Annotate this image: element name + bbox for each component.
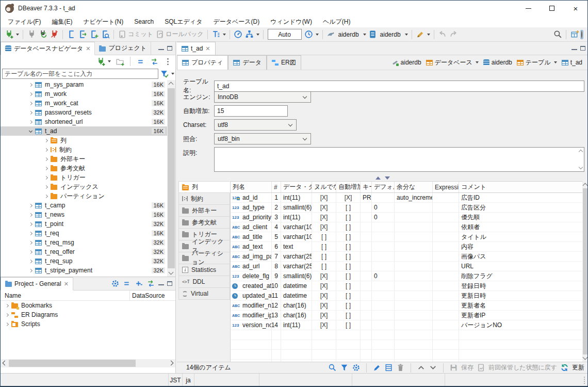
cell-not-null[interactable]: [X]	[312, 203, 336, 212]
new-sql-script-button[interactable]	[88, 29, 100, 40]
cell-default[interactable]	[372, 232, 395, 241]
menu-item[interactable]: ナビゲート(N)	[83, 18, 123, 26]
cell-ordinal[interactable]: 4	[272, 222, 281, 232]
cell-key[interactable]: PRI	[361, 193, 372, 202]
menu-item[interactable]: SQLエディタ	[165, 18, 202, 26]
nav-new-connection-button[interactable]	[95, 56, 112, 67]
tree-chevron-icon[interactable]	[44, 175, 48, 179]
tree-item[interactable]: t_ad16K	[1, 126, 167, 136]
cell-ordinal[interactable]: 8	[272, 262, 281, 271]
tree-chevron-icon[interactable]	[5, 322, 9, 326]
cell-empty[interactable]	[272, 350, 281, 359]
cell-ordinal[interactable]: 10	[272, 281, 281, 291]
section-tab-参考文献[interactable]: 参考文献	[178, 217, 230, 229]
cell-data-type[interactable]: char(16)	[281, 301, 312, 310]
edit-pencil-icon[interactable]	[372, 363, 381, 372]
cell-empty[interactable]	[312, 330, 336, 340]
column-header-datasource[interactable]: DataSource	[132, 292, 165, 299]
scrollbar-thumb[interactable]	[168, 88, 175, 268]
cell-not-null[interactable]: [ ]	[312, 262, 336, 271]
table-row[interactable]: ABCmodifier_name12char(16)[X][ ]更新者名	[231, 301, 582, 311]
cell-empty[interactable]	[231, 330, 272, 340]
cell-not-null[interactable]: [X]	[312, 311, 336, 320]
project-item[interactable]: Scripts	[1, 319, 175, 329]
tab-er-diagram[interactable]: ER図	[267, 55, 301, 70]
move-up-icon[interactable]	[417, 363, 426, 372]
cell-empty[interactable]	[361, 350, 372, 359]
cell-not-null[interactable]: [X]	[312, 193, 336, 202]
cell-ordinal[interactable]: 1	[272, 193, 281, 202]
maximize-panel-icon[interactable]	[167, 46, 172, 51]
tree-item[interactable]: t_req16K	[1, 229, 167, 238]
cell-auto-increment[interactable]: [ ]	[336, 252, 361, 261]
tree-item[interactable]: 制約	[1, 145, 167, 154]
cell-default[interactable]	[372, 242, 395, 251]
cell-auto-increment[interactable]: [X]	[336, 193, 361, 202]
menu-item[interactable]: ファイル(F)	[8, 18, 41, 26]
cell-key[interactable]	[361, 311, 372, 320]
expand-all-icon[interactable]	[135, 279, 143, 288]
tree-item[interactable]: t_news16K	[1, 210, 167, 219]
cell-empty[interactable]	[336, 340, 361, 349]
cell-default[interactable]	[372, 320, 395, 330]
cell-empty[interactable]	[459, 330, 582, 340]
sql-templates-button[interactable]	[415, 29, 431, 40]
tree-chevron-icon[interactable]	[5, 303, 9, 307]
minimize-panel-icon[interactable]	[158, 284, 164, 285]
section-tab-制約[interactable]: 制約	[178, 193, 230, 205]
dashboard-button[interactable]	[233, 29, 244, 40]
view-menu-button[interactable]	[162, 56, 173, 67]
cell-extra[interactable]	[395, 301, 433, 310]
cell-extra[interactable]	[395, 281, 433, 291]
dropdown-icon[interactable]	[171, 73, 174, 75]
tree-chevron-icon[interactable]	[29, 268, 32, 272]
column-header[interactable]: 列名	[231, 182, 272, 192]
cell-not-null[interactable]: [X]	[312, 291, 336, 300]
cell-column-name[interactable]: updated_at	[231, 291, 272, 300]
cell-empty[interactable]	[272, 340, 281, 349]
cell-extra[interactable]	[395, 213, 433, 222]
tree-chevron-icon[interactable]	[29, 120, 32, 123]
cell-ordinal[interactable]: 5	[272, 232, 281, 241]
cell-empty[interactable]	[433, 350, 459, 359]
reconnect-button[interactable]	[37, 29, 48, 40]
column-header[interactable]: 余分な	[395, 182, 433, 192]
cell-not-null[interactable]: [X]	[312, 271, 336, 281]
cell-empty[interactable]	[372, 340, 395, 349]
project-hscrollbar[interactable]	[1, 359, 175, 367]
tab-properties[interactable]: プロパティ	[177, 55, 228, 70]
cell-not-null[interactable]: [X]	[312, 213, 336, 222]
cell-auto-increment[interactable]: [ ]	[336, 232, 361, 241]
minimize-button[interactable]	[516, 1, 540, 16]
cell-not-null[interactable]: [ ]	[312, 252, 336, 261]
breadcrumb-item[interactable]: aiderdb	[392, 59, 421, 66]
column-header[interactable]: デフォルト	[372, 182, 395, 192]
cell-empty[interactable]	[395, 340, 433, 349]
section-tab-列[interactable]: 列	[178, 181, 230, 193]
tree-chevron-icon[interactable]	[29, 231, 32, 235]
tree-item[interactable]: password_resets32K	[1, 108, 167, 117]
cell-comment[interactable]: 更新者IP	[459, 311, 582, 320]
cell-ordinal[interactable]: 14	[272, 320, 281, 330]
cell-auto-increment[interactable]: [ ]	[336, 301, 361, 310]
cell-column-name[interactable]: 123delete_flg	[231, 271, 272, 281]
disconnect-button[interactable]	[48, 29, 60, 40]
cell-key[interactable]	[361, 203, 372, 212]
new-connection-button[interactable]	[4, 29, 20, 40]
cell-empty[interactable]	[336, 330, 361, 340]
cell-comment[interactable]: 削除フラグ	[459, 271, 582, 281]
cell-default[interactable]	[372, 301, 395, 310]
cell-key[interactable]	[361, 242, 372, 251]
auto-increment-input[interactable]	[214, 105, 288, 117]
tree-item[interactable]: m_sys_param16K	[1, 80, 167, 89]
description-textarea[interactable]	[215, 148, 584, 171]
cell-ordinal[interactable]: 9	[272, 271, 281, 281]
cell-comment[interactable]: 画像パス	[459, 252, 582, 261]
column-header[interactable]: キー	[361, 182, 372, 192]
tree-chevron-icon[interactable]	[29, 240, 32, 244]
revert-button[interactable]: 前回保管した状態に戻す	[488, 363, 557, 372]
menu-item[interactable]: 編集(E)	[52, 18, 72, 26]
cell-empty[interactable]	[231, 350, 272, 359]
cell-empty[interactable]	[272, 330, 281, 340]
column-header[interactable]: Expression	[433, 182, 459, 192]
